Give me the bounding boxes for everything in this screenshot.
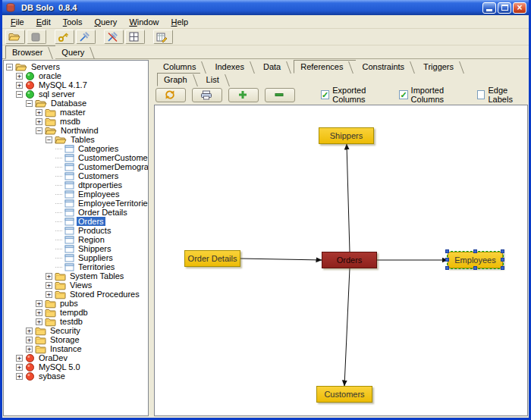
expand-icon[interactable]: + (36, 109, 42, 116)
tree-item-shippers[interactable]: Shippers (4, 244, 148, 253)
tab-columns[interactable]: Columns (157, 61, 209, 73)
minimize-button[interactable] (482, 2, 496, 14)
maximize-button[interactable] (498, 2, 511, 14)
tree-item-views[interactable]: +Views (4, 281, 148, 290)
tree-item-oradev[interactable]: +OraDev (4, 353, 148, 362)
menu-edit[interactable]: Edit (30, 16, 57, 28)
tree-item-dtproperties[interactable]: dtproperties (4, 180, 148, 190)
tree-item-suppliers[interactable]: Suppliers (4, 253, 148, 262)
menu-window[interactable]: Window (123, 16, 165, 28)
tree-item-msdb[interactable]: +msdb (4, 117, 148, 126)
tab-list[interactable]: List (200, 74, 232, 86)
tab-references[interactable]: References (294, 60, 356, 74)
tree-item-categories[interactable]: Categories (4, 144, 148, 153)
expand-icon[interactable]: + (16, 364, 23, 371)
expand-icon[interactable]: + (36, 300, 42, 307)
tree-item-customerdemographics[interactable]: CustomerDemographics (4, 162, 148, 171)
tree-item-sybase[interactable]: +sybase (4, 371, 148, 381)
expand-icon[interactable]: + (16, 73, 23, 80)
selection-handle[interactable] (473, 249, 477, 253)
tree-item-mysql-5-0[interactable]: +MySQL 5.0 (4, 362, 148, 371)
selection-handle[interactable] (445, 258, 449, 262)
new-query-window-button[interactable] (125, 30, 145, 44)
expand-icon[interactable]: + (36, 318, 42, 325)
expand-icon[interactable]: + (46, 273, 52, 280)
expand-icon[interactable]: + (46, 291, 52, 298)
expand-icon[interactable]: + (36, 118, 42, 125)
tree-item-tables[interactable]: −Tables (4, 135, 148, 144)
collapse-icon[interactable]: − (36, 127, 42, 134)
menu-query[interactable]: Query (88, 16, 123, 28)
checkbox-imported-columns[interactable]: ✓Imported Columns (399, 86, 467, 104)
tab-constraints[interactable]: Constraints (356, 61, 417, 73)
collapse-icon[interactable]: − (26, 100, 33, 107)
menu-file[interactable]: File (5, 16, 30, 28)
tree-item-security[interactable]: +Security (4, 326, 148, 335)
graph-node-order-details[interactable]: Order Details (184, 250, 240, 267)
tab-graph[interactable]: Graph (157, 73, 200, 86)
tree-item-customers[interactable]: Customers (4, 171, 148, 180)
tree-item-employees[interactable]: Employees (4, 190, 148, 199)
expand-icon[interactable]: + (16, 355, 23, 362)
menu-tools[interactable]: Tools (57, 16, 89, 28)
tree-item-sql-server[interactable]: −sql server (4, 89, 148, 99)
collapse-icon[interactable]: − (6, 64, 13, 71)
tab-data[interactable]: Data (257, 61, 294, 73)
tree-item-tempdb[interactable]: +tempdb (4, 308, 148, 317)
tree-item-pubs[interactable]: +pubs (4, 299, 148, 308)
graph-node-shippers[interactable]: Shippers (319, 127, 374, 144)
collapse-icon[interactable]: − (16, 91, 23, 98)
tree-item-customercustomerdemo[interactable]: CustomerCustomerDemo (4, 153, 148, 162)
selection-handle[interactable] (501, 249, 504, 253)
tree-item-system-tables[interactable]: +System Tables (4, 271, 148, 281)
tree-item-instance[interactable]: +Instance (4, 344, 148, 353)
tab-query[interactable]: Query (55, 46, 97, 58)
relayout-button[interactable] (156, 88, 186, 102)
tree-item-territories[interactable]: Territories (4, 262, 148, 271)
schema-designer-button[interactable] (153, 30, 173, 44)
expand-icon[interactable]: + (16, 82, 23, 89)
expand-icon[interactable]: + (26, 346, 33, 353)
selection-handle[interactable] (445, 249, 449, 253)
selection-handle[interactable] (445, 266, 449, 270)
tab-indexes[interactable]: Indexes (209, 61, 257, 73)
collapse-icon[interactable]: − (46, 136, 52, 143)
graph-node-customers[interactable]: Customers (316, 386, 372, 403)
tree-item-master[interactable]: +master (4, 108, 148, 117)
tree-item-products[interactable]: Products (4, 226, 148, 235)
open-file-button[interactable] (5, 30, 25, 44)
zoom-out-button[interactable] (265, 88, 295, 102)
disconnect-button[interactable] (104, 30, 124, 44)
tree-item-northwind[interactable]: −Northwind (4, 126, 148, 135)
expand-icon[interactable]: + (46, 282, 52, 289)
selection-handle[interactable] (501, 266, 504, 270)
tree-item-mysql-4-1-7[interactable]: +MySQL 4.1.7 (4, 80, 148, 89)
expand-icon[interactable]: + (26, 328, 33, 334)
tree-item-employeeterritories[interactable]: EmployeeTerritories (4, 199, 148, 208)
close-button[interactable]: × (513, 2, 526, 14)
expand-icon[interactable]: + (26, 337, 33, 343)
tab-triggers[interactable]: Triggers (417, 61, 467, 73)
print-button[interactable] (192, 88, 222, 102)
tree-item-order-details[interactable]: Order Details (4, 208, 148, 217)
tree-item-oracle[interactable]: +oracle (4, 71, 148, 80)
new-connection-button[interactable] (55, 30, 74, 44)
expand-icon[interactable]: + (36, 309, 42, 316)
titlebar[interactable]: DB Solo 0.8.4 × (2, 0, 529, 15)
graph-node-orders[interactable]: Orders (322, 252, 377, 268)
selection-handle[interactable] (501, 258, 504, 262)
tab-browser[interactable]: Browser (5, 45, 55, 59)
menu-help[interactable]: Help (165, 16, 195, 28)
checkbox-edge-labels[interactable]: Edge Labels (477, 86, 526, 104)
expand-icon[interactable]: + (16, 373, 23, 380)
tree-item-database[interactable]: −Database (4, 99, 148, 108)
tree-item-testdb[interactable]: +testdb (4, 317, 148, 326)
zoom-in-button[interactable] (228, 88, 259, 102)
tree-item-region[interactable]: Region (4, 235, 148, 244)
tree-item-orders[interactable]: Orders (4, 217, 148, 226)
connect-button[interactable] (76, 30, 96, 44)
checkbox-exported-columns[interactable]: ✓Exported Columns (321, 86, 388, 104)
tree-item-stored-procedures[interactable]: +Stored Procedures (4, 290, 148, 299)
selection-handle[interactable] (473, 266, 477, 270)
panel-splitter[interactable] (149, 60, 154, 416)
